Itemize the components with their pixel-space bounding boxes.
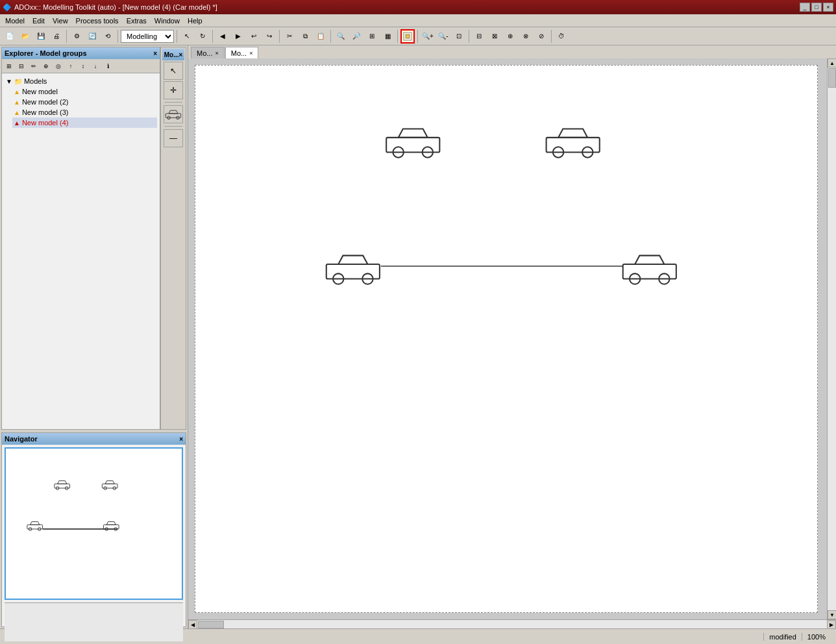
toolbar-search[interactable]: 🔍 (334, 29, 348, 43)
tool-move[interactable]: ✛ (164, 81, 183, 99)
sep9 (469, 30, 469, 43)
svg-rect-1 (406, 34, 410, 38)
toolbar-redo[interactable]: ↪ (262, 29, 277, 43)
toolbar-layout5[interactable]: ⊘ (534, 29, 548, 43)
explorer-btn8[interactable]: ↓ (90, 60, 101, 72)
menu-model[interactable]: Model (1, 16, 29, 26)
minimize-button[interactable]: _ (800, 3, 810, 12)
toolbar-layout4[interactable]: ⊗ (519, 29, 533, 43)
navigator-panel: Navigator × (1, 432, 186, 627)
tool-sep1 (164, 102, 182, 103)
toolbar-table[interactable]: ▦ (380, 29, 395, 43)
explorer-toolbar: ⊞ ⊟ ✏ ⊕ ◎ ↑ ↕ ↓ ℹ (2, 59, 160, 73)
tool-panel-close[interactable]: × (178, 51, 182, 58)
toolbar-open[interactable]: 📂 (18, 29, 32, 43)
scroll-left-btn[interactable]: ◀ (188, 620, 197, 629)
toolbar-btn2[interactable]: 🔄 (85, 29, 99, 43)
toolbar-layout2[interactable]: ⊠ (487, 29, 502, 43)
tool-line[interactable]: — (164, 129, 183, 147)
tool-car[interactable] (164, 105, 183, 123)
explorer-panel: Explorer - Model groups × ⊞ ⊟ ✏ ⊕ ◎ ↑ ↕ … (1, 47, 160, 430)
menu-edit[interactable]: Edit (29, 16, 49, 26)
toolbar-paste[interactable]: 📋 (314, 29, 328, 43)
car-node-2[interactable] (547, 129, 600, 158)
toolbar-layout[interactable]: ⊟ (472, 29, 486, 43)
menu-view[interactable]: View (49, 16, 72, 26)
tree-item-3[interactable]: ▲ New model (3) (12, 107, 157, 118)
scroll-thumb[interactable] (828, 68, 836, 88)
close-button[interactable]: × (823, 3, 833, 12)
toolbar-btn1[interactable]: ⚙ (69, 29, 84, 43)
scroll-down-btn[interactable]: ▼ (828, 610, 836, 619)
scroll-right-btn[interactable]: ▶ (827, 620, 836, 629)
explorer-btn6[interactable]: ↑ (65, 60, 77, 72)
menu-window[interactable]: Window (151, 16, 184, 26)
canvas-row: ▲ ▼ (188, 58, 836, 619)
tab-2-close[interactable]: × (249, 50, 252, 56)
tree-root-models[interactable]: ▼ 📁 Models (5, 76, 157, 86)
toolbar-new[interactable]: 📄 (3, 29, 17, 43)
toolbar-grid[interactable]: ⊞ (365, 29, 379, 43)
toolbar-cursor[interactable]: ↖ (180, 29, 194, 43)
model-icon-2: ▲ (14, 99, 20, 106)
folder-expand-icon: ▼ (6, 78, 12, 85)
tree-item-1[interactable]: ▲ New model (12, 86, 157, 97)
tab-2[interactable]: Mo... × (225, 47, 259, 58)
explorer-btn2[interactable]: ⊟ (16, 60, 27, 72)
canvas-area[interactable] (188, 58, 827, 619)
svg-marker-36 (635, 256, 664, 264)
toolbar-zoom-fit[interactable]: ⊡ (452, 29, 466, 43)
explorer-btn9[interactable]: ℹ (102, 60, 114, 72)
explorer-btn5[interactable]: ◎ (53, 60, 64, 72)
menu-extras[interactable]: Extras (123, 16, 151, 26)
toolbar-copy[interactable]: ⧉ (298, 29, 312, 43)
explorer-row: Explorer - Model groups × ⊞ ⊟ ✏ ⊕ ◎ ↑ ↕ … (0, 45, 188, 431)
scroll-h-thumb[interactable] (198, 621, 224, 628)
tree-item-2[interactable]: ▲ New model (2) (12, 97, 157, 107)
toolbar-active-btn[interactable] (400, 29, 415, 43)
model-icon-1: ▲ (14, 88, 20, 95)
toolbar-save[interactable]: 💾 (34, 29, 48, 43)
scroll-up-btn[interactable]: ▲ (828, 58, 836, 68)
explorer-btn3[interactable]: ✏ (28, 60, 40, 72)
tree-item-4[interactable]: ▲ New model (4) (12, 118, 157, 128)
explorer-btn1[interactable]: ⊞ (3, 60, 15, 72)
toolbar-btn3[interactable]: ⟲ (101, 29, 115, 43)
explorer-btn7[interactable]: ↕ (77, 60, 89, 72)
svg-marker-28 (558, 129, 587, 138)
toolbar-timer[interactable]: ⏱ (554, 29, 569, 43)
car-node-4[interactable] (623, 256, 676, 284)
toolbar-zoom-in[interactable]: 🔍+ (421, 29, 435, 43)
toolbar-forward[interactable]: ▶ (231, 29, 245, 43)
sep5 (279, 30, 280, 43)
toolbar-layout3[interactable]: ⊕ (503, 29, 517, 43)
status-zoom: 100% (802, 633, 831, 641)
navigator-content (5, 447, 183, 600)
menu-process-tools[interactable]: Process tools (72, 16, 123, 26)
navigator-close[interactable]: × (179, 436, 183, 443)
toolbar-back[interactable]: ◀ (215, 29, 230, 43)
tab-1-close[interactable]: × (215, 50, 218, 56)
toolbar-search2[interactable]: 🔎 (349, 29, 363, 43)
car-node-3[interactable] (326, 256, 380, 284)
maximize-button[interactable]: □ (811, 3, 822, 12)
menu-help[interactable]: Help (184, 16, 206, 26)
toolbar-undo[interactable]: ↩ (247, 29, 261, 43)
car-node-1[interactable] (386, 129, 439, 158)
sep6 (330, 30, 331, 43)
scrollbar-horizontal[interactable]: ◀ ▶ (188, 619, 836, 628)
toolbar-print[interactable]: 🖨 (49, 29, 64, 43)
scroll-h-track[interactable] (197, 620, 827, 628)
modelling-dropdown[interactable]: Modelling Analysis Simulation (121, 30, 174, 43)
scrollbar-vertical[interactable]: ▲ ▼ (827, 58, 836, 619)
toolbar-zoom-out[interactable]: 🔍- (436, 29, 450, 43)
toolbar-refresh[interactable]: ↻ (195, 29, 210, 43)
explorer-close[interactable]: × (153, 50, 157, 57)
tool-cursor[interactable]: ↖ (164, 62, 183, 80)
toolbar-cut[interactable]: ✂ (282, 29, 297, 43)
sep3 (177, 30, 177, 43)
explorer-btn4[interactable]: ⊕ (40, 60, 52, 72)
canvas-inner (195, 65, 818, 613)
tab-1[interactable]: Mo... × (191, 47, 225, 58)
scroll-track[interactable] (828, 68, 836, 610)
